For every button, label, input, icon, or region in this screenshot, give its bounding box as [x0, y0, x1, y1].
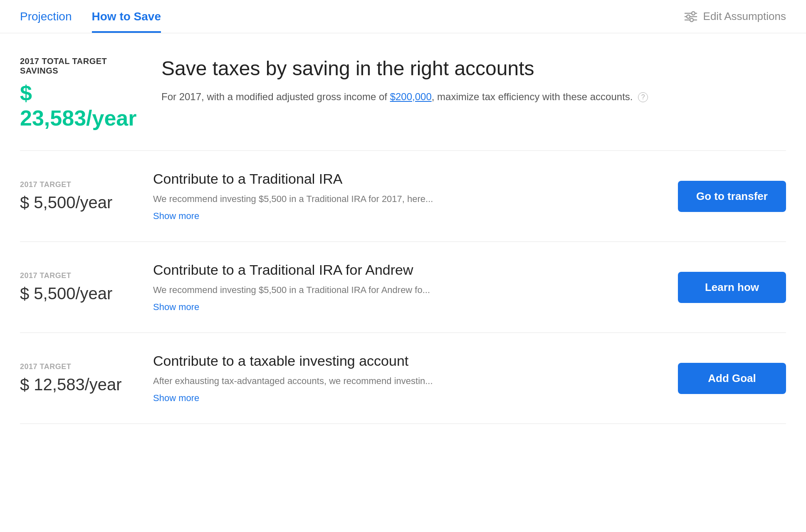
- edit-assumptions-label: Edit Assumptions: [703, 10, 786, 23]
- recommendations-list: 2017 TARGET $ 5,500/year Contribute to a…: [20, 151, 786, 424]
- info-icon[interactable]: ?: [638, 92, 648, 102]
- svg-point-3: [692, 12, 695, 15]
- tab-how-to-save[interactable]: How to Save: [92, 0, 161, 33]
- rec-desc-1: We recommend investing $5,500 in a Tradi…: [153, 192, 645, 206]
- rec-middle-3: Contribute to a taxable investing accoun…: [153, 353, 645, 404]
- tabs-left: Projection How to Save: [20, 0, 161, 33]
- action-button-2[interactable]: Learn how: [678, 272, 786, 303]
- hero-desc-pre: For 2017, with a modified adjusted gross…: [161, 91, 390, 102]
- rec-amount-3: $ 12,583/year: [20, 375, 128, 394]
- rec-target-label-2: 2017 TARGET: [20, 271, 128, 280]
- rec-desc-2: We recommend investing $5,500 in a Tradi…: [153, 283, 645, 297]
- recommendation-row-2: 2017 TARGET $ 5,500/year Contribute to a…: [20, 242, 786, 333]
- hero-label: 2017 TOTAL TARGET SAVINGS: [20, 57, 136, 76]
- show-more-2[interactable]: Show more: [153, 302, 199, 312]
- rec-title-3: Contribute to a taxable investing accoun…: [153, 353, 645, 369]
- hero-right: Save taxes by saving in the right accoun…: [161, 57, 786, 105]
- recommendation-row-3: 2017 TARGET $ 12,583/year Contribute to …: [20, 333, 786, 424]
- show-more-3[interactable]: Show more: [153, 393, 199, 403]
- rec-right-3: Add Goal: [670, 363, 786, 394]
- rec-right-1: Go to transfer: [670, 181, 786, 212]
- rec-amount-1: $ 5,500/year: [20, 193, 128, 212]
- hero-title: Save taxes by saving in the right accoun…: [161, 57, 786, 81]
- rec-target-label-1: 2017 TARGET: [20, 180, 128, 189]
- hero-left: 2017 TOTAL TARGET SAVINGS $ 23,583/year: [20, 57, 136, 131]
- rec-amount-2: $ 5,500/year: [20, 284, 128, 303]
- recommendation-row-1: 2017 TARGET $ 5,500/year Contribute to a…: [20, 151, 786, 242]
- svg-point-5: [690, 18, 693, 22]
- edit-assumptions-button[interactable]: Edit Assumptions: [683, 9, 786, 24]
- action-button-3[interactable]: Add Goal: [678, 363, 786, 394]
- rec-left-1: 2017 TARGET $ 5,500/year: [20, 180, 128, 212]
- rec-right-2: Learn how: [670, 272, 786, 303]
- tab-projection[interactable]: Projection: [20, 0, 72, 33]
- action-button-1[interactable]: Go to transfer: [678, 181, 786, 212]
- rec-middle-2: Contribute to a Traditional IRA for Andr…: [153, 262, 645, 313]
- hero-desc-post: , maximize tax efficiency with these acc…: [432, 91, 633, 102]
- income-link[interactable]: $200,000: [390, 91, 432, 102]
- rec-title-1: Contribute to a Traditional IRA: [153, 171, 645, 187]
- rec-left-2: 2017 TARGET $ 5,500/year: [20, 271, 128, 303]
- hero-description: For 2017, with a modified adjusted gross…: [161, 89, 786, 105]
- show-more-1[interactable]: Show more: [153, 211, 199, 221]
- rec-desc-3: After exhausting tax-advantaged accounts…: [153, 374, 645, 388]
- rec-left-3: 2017 TARGET $ 12,583/year: [20, 362, 128, 394]
- sliders-icon: [683, 9, 698, 24]
- rec-target-label-3: 2017 TARGET: [20, 362, 128, 371]
- tabs-bar: Projection How to Save Edit Assumptions: [0, 0, 806, 33]
- hero-amount: $ 23,583/year: [20, 81, 136, 131]
- main-content: 2017 TOTAL TARGET SAVINGS $ 23,583/year …: [0, 33, 806, 424]
- rec-title-2: Contribute to a Traditional IRA for Andr…: [153, 262, 645, 278]
- rec-middle-1: Contribute to a Traditional IRA We recom…: [153, 171, 645, 222]
- hero-section: 2017 TOTAL TARGET SAVINGS $ 23,583/year …: [20, 33, 786, 151]
- svg-point-4: [687, 15, 690, 18]
